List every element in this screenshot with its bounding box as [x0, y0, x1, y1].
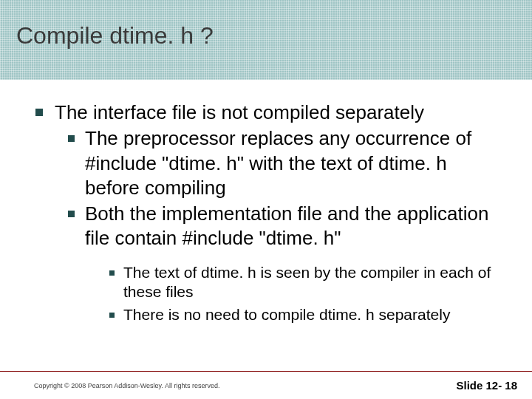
bullet-text: The text of dtime. h is seen by the comp…: [123, 263, 502, 303]
bullet-level1: The interface file is not compiled separ…: [35, 100, 502, 125]
bullet-level2: Both the implementation file and the app…: [68, 202, 502, 251]
bullet-level3: The text of dtime. h is seen by the comp…: [109, 263, 502, 303]
bullet-level3: There is no need to compile dtime. h sep…: [109, 305, 502, 325]
slide-title: Compile dtime. h ?: [16, 22, 532, 50]
bullet-text: Both the implementation file and the app…: [85, 202, 502, 251]
slide-header: Compile dtime. h ?: [0, 0, 532, 80]
slide-footer: Copyright © 2008 Pearson Addison-Wesley.…: [0, 371, 532, 399]
slide-number: Slide 12- 18: [456, 379, 517, 392]
bullet-text: The preprocessor replaces any occurrence…: [85, 126, 502, 200]
bullet-level2: The preprocessor replaces any occurrence…: [68, 126, 502, 200]
bullet-icon: [68, 135, 75, 142]
bullet-icon: [35, 109, 43, 116]
bullet-icon: [109, 270, 115, 276]
bullet-text: There is no need to compile dtime. h sep…: [123, 305, 450, 325]
copyright-text: Copyright © 2008 Pearson Addison-Wesley.…: [34, 382, 219, 389]
slide-body: The interface file is not compiled separ…: [0, 80, 532, 325]
bullet-text: The interface file is not compiled separ…: [55, 100, 424, 125]
bullet-icon: [109, 313, 115, 318]
bullet-icon: [68, 211, 75, 217]
